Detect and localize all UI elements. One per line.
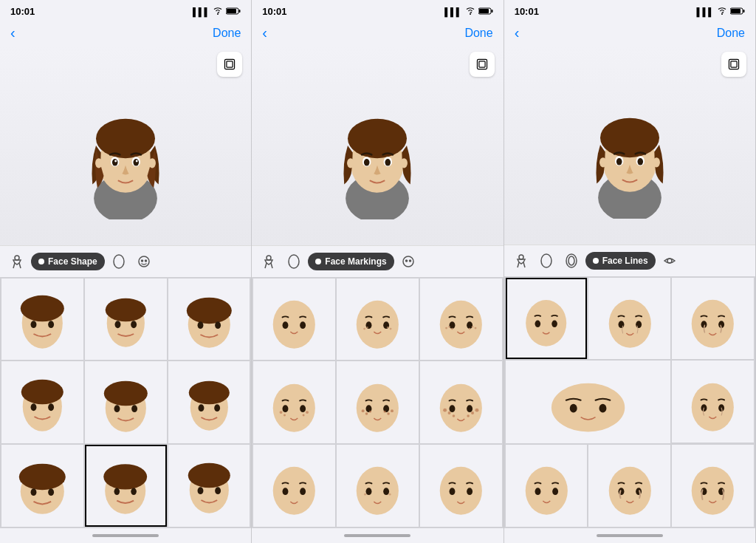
back-button-3[interactable]: ‹	[515, 24, 520, 41]
lines-cell-0[interactable]	[506, 278, 588, 360]
tab-eye-icon-3[interactable]	[659, 250, 681, 272]
snapshot-button-3[interactable]	[721, 52, 746, 77]
svg-point-101	[300, 405, 306, 412]
lines-cell-6[interactable]	[588, 445, 670, 527]
lines-cell-4[interactable]	[672, 361, 754, 443]
marking-cell-0[interactable]	[253, 279, 335, 361]
face-cell-7[interactable]	[85, 445, 167, 527]
tab-face3-icon-2[interactable]	[397, 250, 419, 273]
svg-point-156	[526, 300, 567, 346]
svg-point-87	[367, 327, 368, 328]
tab-body-icon-1[interactable]	[6, 250, 28, 273]
svg-point-110	[365, 412, 368, 415]
svg-point-38	[48, 403, 54, 411]
snapshot-button-2[interactable]	[470, 52, 495, 77]
panel-face-lines: 10:01 ▌▌▌ ‹ Done	[504, 0, 756, 543]
svg-rect-62	[479, 9, 489, 13]
tab-body-icon-2[interactable]	[258, 250, 280, 273]
tab-face-shape[interactable]: Face Shape	[31, 253, 105, 270]
lines-cell-7[interactable]	[672, 445, 754, 527]
svg-point-160	[618, 321, 624, 328]
svg-point-118	[443, 408, 447, 411]
battery-icon-1	[226, 7, 241, 16]
lines-cell-1[interactable]	[588, 278, 670, 360]
svg-rect-61	[491, 10, 492, 13]
svg-point-131	[389, 494, 391, 496]
tab-outline2-icon-3[interactable]	[560, 250, 583, 272]
back-button-2[interactable]: ‹	[262, 24, 267, 41]
done-button-3[interactable]: Done	[717, 27, 745, 40]
svg-point-132	[440, 467, 482, 515]
bottom-bar-3	[504, 528, 755, 543]
svg-rect-3	[227, 9, 236, 13]
face-grid-2	[252, 277, 503, 528]
face-cell-4[interactable]	[85, 361, 167, 443]
svg-point-50	[48, 489, 54, 496]
svg-point-42	[131, 405, 137, 412]
svg-point-34	[215, 321, 221, 329]
svg-point-0	[217, 13, 219, 15]
wifi-icon-1	[213, 7, 223, 16]
marking-cell-3[interactable]	[253, 361, 335, 443]
tab-outline-icon-1[interactable]	[108, 250, 130, 273]
tab-face-lines[interactable]: Face Lines	[585, 252, 656, 270]
svg-point-54	[131, 488, 137, 494]
marking-cell-1[interactable]	[337, 279, 419, 361]
marking-cell-6[interactable]	[253, 445, 335, 527]
svg-point-20	[139, 256, 149, 267]
svg-point-73	[348, 158, 355, 168]
svg-point-46	[214, 404, 220, 411]
tab-face2-icon-1[interactable]	[133, 250, 155, 273]
svg-point-123	[467, 414, 470, 417]
svg-point-36	[21, 379, 63, 403]
back-button-1[interactable]: ‹	[10, 24, 16, 41]
marking-cell-7[interactable]	[337, 445, 419, 527]
face-cell-3[interactable]	[1, 361, 83, 443]
snapshot-button-1[interactable]	[217, 52, 242, 77]
tab-outline-icon-2[interactable]	[283, 250, 305, 273]
marking-cell-4[interactable]	[337, 361, 419, 443]
tab-face-shape-label: Face Shape	[48, 256, 97, 267]
tab-face-markings[interactable]: Face Markings	[308, 253, 394, 270]
time-3: 10:01	[515, 6, 539, 17]
face-cell-2[interactable]	[168, 279, 250, 361]
svg-point-90	[440, 300, 482, 348]
active-dot-3	[593, 258, 599, 264]
tab-body-icon-3[interactable]	[510, 250, 532, 272]
marking-cell-2[interactable]	[420, 279, 502, 361]
lines-cell-3[interactable]	[506, 361, 671, 443]
svg-point-32	[186, 298, 231, 324]
face-cell-1[interactable]	[85, 279, 167, 361]
face-cell-0[interactable]	[1, 279, 83, 361]
done-button-1[interactable]: Done	[213, 27, 241, 40]
svg-point-130	[364, 494, 366, 496]
svg-point-15	[136, 160, 138, 162]
marking-cell-8[interactable]	[420, 445, 502, 527]
tab-face-lines-label: Face Lines	[602, 256, 648, 266]
lines-cell-2[interactable]	[672, 278, 754, 360]
wifi-icon-2	[465, 7, 475, 16]
face-cell-5[interactable]	[168, 361, 250, 443]
marking-cell-5[interactable]	[420, 361, 502, 443]
svg-point-58	[215, 488, 221, 495]
svg-point-53	[114, 488, 120, 494]
time-2: 10:01	[262, 6, 286, 17]
face-cell-6[interactable]	[1, 445, 83, 527]
svg-point-16	[95, 158, 103, 168]
svg-point-92	[467, 321, 472, 329]
svg-point-37	[31, 403, 37, 411]
svg-point-162	[692, 299, 734, 347]
face-cell-8[interactable]	[168, 445, 250, 527]
svg-point-119	[448, 411, 451, 414]
signal-icon-1: ▌▌▌	[193, 7, 210, 16]
svg-point-91	[450, 321, 456, 329]
svg-point-86	[363, 327, 365, 329]
svg-point-126	[300, 488, 306, 496]
done-button-2[interactable]: Done	[464, 27, 492, 40]
svg-point-121	[475, 408, 478, 411]
tab-outline1-icon-3[interactable]	[535, 250, 557, 272]
nav-bar-2: ‹ Done	[252, 20, 503, 46]
svg-point-109	[362, 409, 365, 412]
svg-point-133	[450, 488, 456, 496]
lines-cell-5[interactable]	[506, 445, 588, 527]
